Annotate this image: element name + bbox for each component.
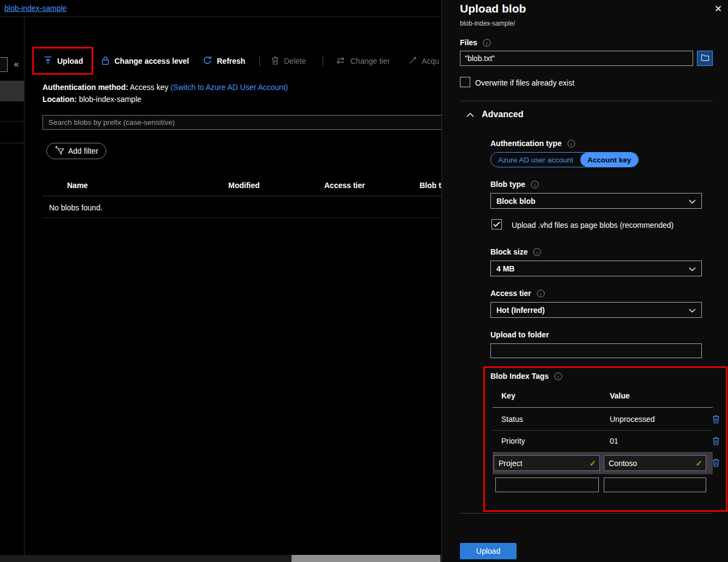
column-header-blob-type[interactable]: Blob t — [420, 181, 441, 190]
change-access-level-button[interactable]: Change access level — [101, 53, 189, 69]
acquire-lease-button[interactable]: Acqu — [409, 53, 439, 69]
tag-key: Status — [501, 415, 523, 424]
panel-subtitle: blob-index-sample/ — [460, 20, 515, 27]
svg-text:i: i — [534, 182, 536, 187]
svg-text:i: i — [537, 249, 538, 255]
toolbar-separator — [259, 56, 260, 67]
info-icon[interactable]: i — [483, 39, 491, 47]
block-size-label: Block size — [490, 247, 527, 256]
location-line: Location: blob-index-sample — [43, 95, 141, 104]
tag-value: 01 — [610, 437, 618, 445]
tag-key-input[interactable] — [494, 455, 600, 471]
vhd-checkbox[interactable] — [492, 219, 502, 229]
delete-tag-icon[interactable] — [712, 437, 720, 448]
horizontal-scrollbar-thumb[interactable] — [292, 555, 440, 562]
new-tag-value-input[interactable] — [604, 478, 706, 492]
acquire-lease-icon — [409, 56, 417, 66]
chevron-up-icon — [466, 110, 474, 119]
files-label: Files — [460, 38, 477, 47]
upload-submit-button[interactable]: Upload — [460, 543, 517, 559]
location-label: Location: — [43, 95, 77, 104]
info-icon[interactable]: i — [537, 289, 545, 298]
auth-type-label-row: Authentication type i — [490, 139, 575, 148]
upload-toolbar-button[interactable]: Upload — [44, 53, 83, 69]
block-size-value: 4 MB — [496, 264, 514, 273]
delete-button[interactable]: Delete — [271, 53, 306, 69]
tag-key: Priority — [501, 437, 525, 445]
change-tier-icon — [336, 57, 345, 66]
upload-icon — [44, 56, 52, 67]
overwrite-checkbox[interactable] — [460, 77, 470, 87]
blob-index-tags-label-row: Blob Index Tags i — [490, 372, 562, 380]
chevron-down-icon — [689, 197, 696, 206]
svg-text:i: i — [557, 373, 559, 379]
search-blobs-input[interactable] — [43, 115, 441, 130]
refresh-button[interactable]: Refresh — [203, 53, 245, 69]
delete-tag-icon[interactable] — [712, 458, 720, 469]
info-icon[interactable]: i — [554, 372, 562, 380]
acquire-lease-label: Acqu — [422, 57, 439, 65]
new-tag-key-input[interactable] — [495, 478, 599, 492]
tag-row-divider — [493, 430, 713, 431]
horizontal-scrollbar-track[interactable] — [0, 555, 441, 562]
info-icon[interactable]: i — [567, 140, 575, 148]
access-tier-dropdown[interactable]: Hot (Inferred) — [490, 302, 702, 318]
blob-index-tags-label: Blob Index Tags — [490, 372, 549, 380]
upload-folder-input[interactable] — [490, 343, 702, 358]
table-header-divider — [43, 196, 441, 196]
chevron-down-icon — [689, 264, 696, 273]
auth-type-label: Authentication type — [490, 139, 562, 148]
change-tier-label: Change tier — [350, 57, 390, 65]
top-divider — [0, 16, 441, 17]
refresh-icon — [203, 56, 212, 67]
blob-type-label: Blob type — [490, 180, 525, 189]
switch-auth-link[interactable]: (Switch to Azure AD User Account) — [171, 83, 288, 92]
close-icon[interactable]: ✕ — [714, 3, 722, 15]
valid-check-icon: ✓ — [589, 458, 596, 468]
tag-value-input[interactable] — [604, 455, 706, 471]
access-tier-value: Hot (Inferred) — [496, 306, 545, 315]
column-header-name[interactable]: Name — [67, 181, 88, 190]
empty-table-message: No blobs found. — [49, 203, 102, 212]
add-filter-button[interactable]: Add filter — [46, 143, 106, 159]
upload-label: Upload — [57, 57, 83, 65]
access-tier-label: Access tier — [490, 289, 531, 298]
tag-value-field-wrap: ✓ — [604, 455, 706, 471]
collapsed-sidebar: « — [0, 17, 25, 562]
panel-title: Upload blob — [460, 2, 526, 15]
change-tier-button[interactable]: Change tier — [336, 53, 390, 69]
info-icon[interactable]: i — [533, 248, 541, 256]
blob-type-dropdown[interactable]: Block blob — [490, 193, 702, 209]
panel-divider — [460, 101, 713, 101]
column-header-access-tier[interactable]: Access tier — [324, 181, 365, 190]
column-header-modified[interactable]: Modified — [228, 181, 260, 190]
auth-method-value: Access key — [128, 83, 171, 92]
sidebar-selected-item[interactable] — [0, 81, 25, 101]
folder-icon — [701, 53, 709, 63]
collapse-sidebar-button[interactable]: « — [10, 57, 23, 71]
breadcrumb-link[interactable]: blob-index-sample — [4, 4, 66, 13]
delete-tag-icon[interactable] — [712, 415, 720, 426]
blob-type-value: Block blob — [496, 197, 536, 206]
info-icon[interactable]: i — [531, 180, 539, 189]
change-access-level-label: Change access level — [114, 57, 189, 65]
blob-type-label-row: Blob type i — [490, 180, 539, 189]
tag-value: Unprocessed — [610, 415, 655, 424]
block-size-label-row: Block size i — [490, 247, 541, 256]
tags-key-header: Key — [501, 391, 515, 400]
upload-blob-panel: Upload blob ✕ blob-index-sample/ Files i… — [441, 0, 728, 562]
advanced-section-toggle[interactable]: Advanced — [466, 110, 523, 119]
overwrite-label: Overwrite if files already exist — [475, 78, 574, 87]
advanced-label: Advanced — [482, 110, 523, 119]
browse-files-button[interactable] — [697, 51, 713, 66]
auth-option-account-key[interactable]: Account key — [580, 153, 638, 167]
table-row-divider — [43, 217, 441, 218]
check-icon — [493, 221, 500, 227]
auth-option-azure-ad[interactable]: Azure AD user account — [491, 153, 580, 167]
blob-container-view: blob-index-sample « Upload Change access… — [0, 0, 441, 562]
files-input[interactable] — [460, 51, 693, 66]
add-filter-icon — [54, 146, 64, 156]
sidebar-search-input[interactable] — [0, 57, 8, 72]
sidebar-divider — [0, 121, 25, 122]
block-size-dropdown[interactable]: 4 MB — [490, 261, 702, 276]
